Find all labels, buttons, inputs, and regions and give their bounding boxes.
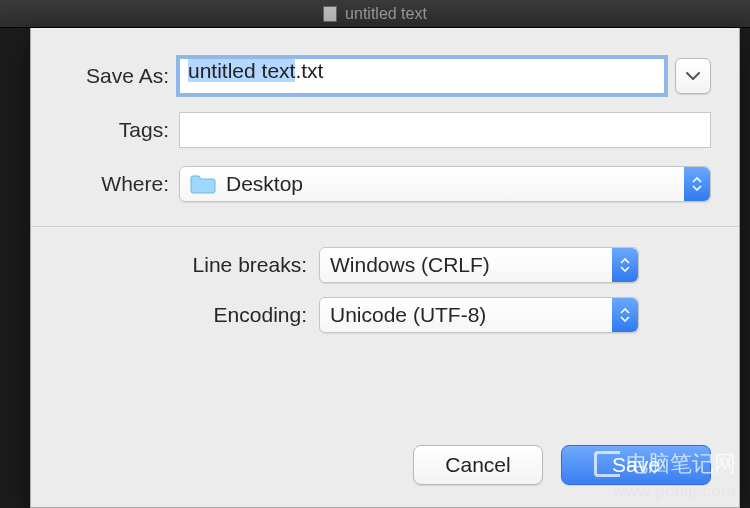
expand-browser-button[interactable] [675, 58, 711, 94]
save-as-label: Save As: [59, 64, 179, 88]
where-value: Desktop [226, 172, 303, 196]
separator [31, 226, 739, 227]
chevron-down-icon [686, 71, 700, 81]
button-row: Cancel Save [59, 445, 711, 497]
save-as-row: Save As: untitled text.txt [59, 58, 711, 94]
tags-input[interactable] [179, 112, 711, 148]
where-label: Where: [59, 172, 179, 196]
where-row: Where: Desktop [59, 166, 711, 202]
window-titlebar: untitled text [0, 0, 750, 28]
cancel-button[interactable]: Cancel [413, 445, 543, 485]
filename-input[interactable]: untitled text.txt [179, 58, 665, 94]
popup-stepper-icon [612, 298, 638, 332]
filename-selected-text: untitled text [188, 59, 295, 82]
line-breaks-popup[interactable]: Windows (CRLF) [319, 247, 639, 283]
popup-stepper-icon [684, 167, 710, 201]
cancel-button-label: Cancel [445, 453, 510, 477]
where-popup[interactable]: Desktop [179, 166, 711, 202]
save-button-label: Save [612, 453, 660, 477]
tags-row: Tags: [59, 112, 711, 148]
tags-label: Tags: [59, 118, 179, 142]
document-icon [323, 6, 337, 22]
folder-icon [190, 174, 216, 194]
popup-stepper-icon [612, 248, 638, 282]
window-title: untitled text [345, 5, 427, 23]
encoding-value: Unicode (UTF-8) [330, 303, 486, 327]
save-sheet: Save As: untitled text.txt Tags: Where: … [30, 28, 740, 508]
encoding-popup[interactable]: Unicode (UTF-8) [319, 297, 639, 333]
line-breaks-value: Windows (CRLF) [330, 253, 490, 277]
save-button[interactable]: Save [561, 445, 711, 485]
filename-extension: .txt [295, 59, 323, 82]
line-breaks-label: Line breaks: [59, 253, 319, 277]
encoding-label: Encoding: [59, 303, 319, 327]
options-grid: Line breaks: Windows (CRLF) Encoding: Un… [59, 247, 711, 333]
